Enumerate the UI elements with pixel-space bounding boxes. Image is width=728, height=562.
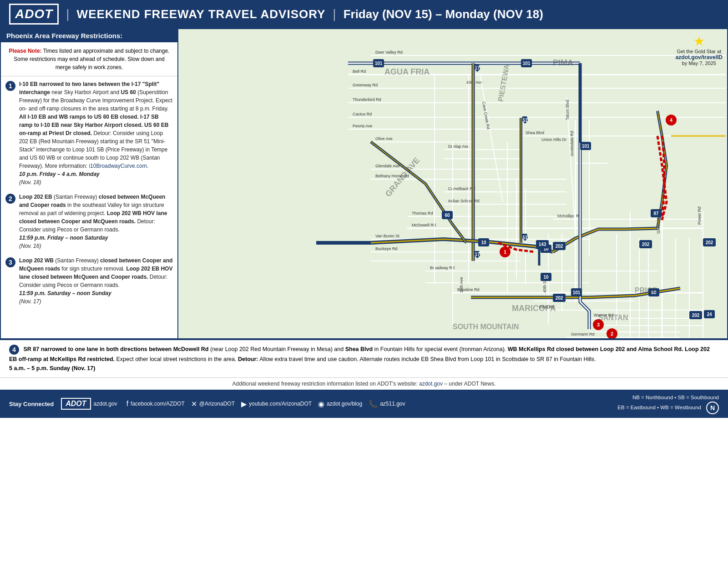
svg-text:Cactus Rd: Cactus Rd (353, 112, 372, 116)
svg-text:McDowell Rd: McDowell Rd (412, 223, 436, 227)
main-content: Phoenix Area Freeway Restrictions: Pleas… (0, 28, 728, 339)
map-area: Deer Valley Rd Bell Rd Greenway Rd Thund… (178, 29, 727, 338)
footer-info: Additional weekend freeway restriction i… (0, 377, 728, 390)
restriction-item-3: 3 Loop 202 WB (Santan Freeway) closed be… (5, 256, 173, 306)
svg-text:AGUA FRIA: AGUA FRIA (384, 67, 430, 76)
svg-text:1: 1 (504, 249, 506, 255)
facebook-url: facebook.com/AZDOT (131, 401, 185, 407)
youtube-icon: ▶ (241, 400, 247, 408)
restriction-number-2: 2 (5, 194, 15, 204)
restriction-4-text4: Allow extra travel time and use caution.… (259, 356, 596, 362)
svg-text:10: 10 (481, 240, 486, 245)
svg-text:51: 51 (522, 118, 528, 123)
svg-text:SOUTH MOUNTAIN: SOUTH MOUNTAIN (453, 323, 519, 331)
restriction-text-1: I-10 EB narrowed to two lanes between th… (19, 80, 173, 186)
facebook-icon: f (126, 400, 128, 408)
footer-social: f facebook.com/AZDOT ✕ @ArizonaDOT ▶ you… (126, 400, 618, 408)
svg-text:Glendale Ave: Glendale Ave (375, 164, 399, 168)
adot-logo: ADOT (9, 4, 59, 25)
az511-icon: 📞 (369, 400, 378, 408)
please-note: Please Note: Times listed are approximat… (1, 42, 177, 76)
svg-text:Broadway Rd: Broadway Rd (430, 266, 455, 270)
header-title: WEEKEND FREEWAY TRAVEL ADVISORY (77, 7, 326, 21)
svg-text:202: 202 (692, 313, 700, 318)
restriction-number-1: 1 (5, 81, 15, 91)
svg-text:202: 202 (706, 240, 713, 245)
header-dates: Friday (NOV 15) – Monday (NOV 18) (344, 7, 543, 21)
restrictions-list: 1 I-10 EB narrowed to two lanes between … (1, 76, 177, 338)
svg-text:202: 202 (556, 296, 563, 301)
svg-text:Dunlap Ave: Dunlap Ave (448, 144, 469, 149)
svg-text:Germann Rd: Germann Rd (571, 332, 595, 336)
svg-text:2: 2 (611, 331, 613, 336)
restriction-text-3: Loop 202 WB (Santan Freeway) closed betw… (19, 256, 173, 306)
page-header: ADOT | WEEKEND FREEWAY TRAVEL ADVISORY |… (0, 0, 728, 28)
svg-text:17: 17 (475, 252, 480, 257)
svg-text:4: 4 (670, 117, 673, 123)
bottom-section: 4 SR 87 narrowed to one lane in both dir… (0, 339, 728, 377)
svg-text:3: 3 (597, 322, 600, 327)
svg-text:10: 10 (543, 275, 549, 280)
svg-text:Greenway Rd: Greenway Rd (353, 83, 378, 87)
svg-text:PRICE: PRICE (635, 286, 657, 294)
footer-social-511[interactable]: 📞 az511.gov (369, 400, 405, 408)
restriction-4-text3: Expect other local street restrictions i… (116, 356, 238, 362)
svg-text:PIMA: PIMA (553, 58, 573, 67)
svg-text:51: 51 (522, 235, 528, 240)
az511-url: az511.gov (380, 401, 405, 407)
footer-social-blog[interactable]: ◉ azdot.gov/blog (318, 400, 362, 408)
svg-text:Union Hills Dr: Union Hills Dr (541, 137, 566, 142)
restriction-4-bold: SR 87 narrowed to one lane in both direc… (23, 346, 208, 352)
gold-star-date: by May 7, 2025 (676, 60, 723, 66)
svg-text:Peoria Ave: Peoria Ave (353, 124, 372, 128)
svg-text:17: 17 (475, 65, 480, 70)
gold-star-icon: ★ (676, 34, 723, 49)
please-note-label: Please Note: (9, 48, 42, 54)
gold-star-link[interactable]: azdot.gov/travelID (676, 54, 723, 60)
blog-url: azdot.gov/blog (327, 401, 362, 407)
restriction-4-detour: Detour: (238, 356, 258, 362)
svg-text:87: 87 (653, 211, 659, 216)
svg-text:101: 101 (582, 144, 590, 149)
twitter-icon: ✕ (191, 400, 197, 408)
svg-text:SANTAN: SANTAN (598, 314, 628, 321)
footer-social-facebook[interactable]: f facebook.com/AZDOT (126, 400, 185, 408)
stay-connected-label: Stay Connected (9, 401, 54, 407)
restriction-4-time: 5 a.m. – 5 p.m. Sunday (Nov. 17) (9, 365, 95, 371)
svg-text:McKellips Rd: McKellips Rd (557, 214, 581, 218)
svg-text:202: 202 (556, 244, 563, 249)
footer-info-link[interactable]: azdot.gov (419, 381, 443, 387)
footer-bar: Stay Connected ADOT azdot.gov f facebook… (0, 390, 728, 418)
blog-icon: ◉ (318, 400, 324, 408)
svg-text:40th St: 40th St (542, 280, 547, 293)
svg-text:Van Buren St: Van Buren St (375, 234, 399, 238)
map-svg: Deer Valley Rd Bell Rd Greenway Rd Thund… (178, 29, 727, 338)
footer-social-twitter[interactable]: ✕ @ArizonaDOT (191, 400, 235, 408)
broadway-curve-link[interactable]: i10BroadwayCurve.com (89, 163, 147, 169)
left-panel: Phoenix Area Freeway Restrictions: Pleas… (1, 29, 178, 338)
svg-text:Tatum Blvd: Tatum Blvd (565, 100, 570, 120)
svg-text:101: 101 (573, 290, 581, 295)
svg-text:101: 101 (523, 61, 531, 66)
restriction-number-4: 4 (9, 345, 19, 355)
gold-star-box: ★ Get the Gold Star at azdot.gov/travelI… (676, 34, 723, 66)
restriction-4-shea: Shea Blvd (345, 346, 373, 352)
svg-text:Olive Ave: Olive Ave (375, 136, 393, 141)
svg-text:MARICOPA: MARICOPA (512, 304, 556, 313)
restriction-4-text2: in Fountain Hills for special event (Iro… (374, 346, 508, 352)
svg-text:101: 101 (375, 61, 383, 66)
svg-text:143: 143 (539, 242, 546, 247)
gold-star-label: Get the Gold Star at (676, 49, 723, 54)
footer-info-text: Additional weekend freeway restriction i… (232, 381, 417, 387)
svg-text:Thomas Rd: Thomas Rd (412, 211, 433, 216)
footer-adot-logo: ADOT (61, 398, 91, 410)
youtube-url: youtube.com/ArizonaDOT (249, 401, 312, 407)
compass-icon: N (706, 401, 719, 414)
footer-info-after: – under ADOT News. (444, 381, 495, 387)
footer-social-youtube[interactable]: ▶ youtube.com/ArizonaDOT (241, 400, 312, 408)
header-divider: | (66, 7, 69, 21)
svg-text:Thunderbird Rd: Thunderbird Rd (353, 97, 381, 102)
twitter-handle: @ArizonaDOT (199, 401, 235, 407)
footer-legend-text: NB = Northbound • SB = SouthboundEB = Ea… (617, 395, 719, 410)
svg-text:Power Rd: Power Rd (697, 206, 702, 225)
